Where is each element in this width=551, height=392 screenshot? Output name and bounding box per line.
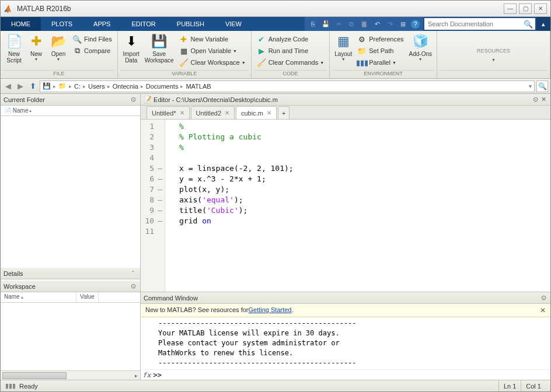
save-workspace-button[interactable]: 💾 Save Workspace [142,32,176,65]
editor-tab[interactable]: cubic.m✕ [236,106,277,119]
qat-icon[interactable]: ⎘ [308,19,318,29]
column-value[interactable]: Value [76,292,99,302]
new-variable-icon: ✚ [179,34,189,44]
path-seg[interactable]: Documents▸ [146,83,184,90]
copy-icon[interactable]: ⧉ [347,19,356,29]
workspace-scrollbar[interactable]: ◂▸ [1,370,140,380]
tab-apps[interactable]: APPS [83,17,121,31]
banner-close-icon[interactable]: ✕ [540,306,546,314]
plus-icon: ✚ [28,33,44,50]
code-body[interactable]: %% Plotting a cubic% x = linspace(-2, 2,… [165,120,550,292]
column-name[interactable]: Name ▴ [13,107,32,114]
panel-menu-icon[interactable]: ⊙ [129,282,137,290]
workspace-body[interactable] [1,303,140,370]
command-prompt[interactable]: fx>> [141,369,550,380]
run-and-time-icon: ▶ [257,46,266,55]
current-folder-body[interactable] [1,116,140,268]
set-path-button[interactable]: 📁Set Path [355,45,405,57]
run-and-time-button[interactable]: ▶Run and Time [255,45,326,57]
open-button[interactable]: 📂 Open ▼ [47,32,69,62]
tab-publish[interactable]: PUBLISH [166,17,215,31]
find-files-button[interactable]: 🔍Find Files [71,33,114,45]
panel-menu-icon[interactable]: ⊙ [531,96,539,104]
path-seg[interactable]: MATLAB [186,83,211,90]
new-tab-button[interactable]: + [278,106,290,119]
clear-workspace-button[interactable]: 🧹Clear Workspace ▼ [177,57,247,68]
editor-tabs: Untitled*✕ Untitled2✕ cubic.m✕ + [141,106,550,120]
clear-commands-button[interactable]: 🧹Clear Commands ▼ [255,57,326,68]
gear-icon: ⚙ [357,34,367,44]
editor-tab[interactable]: Untitled*✕ [147,106,190,119]
undo-icon[interactable]: ↶ [372,19,382,29]
tab-editor[interactable]: EDITOR [121,17,166,31]
panel-menu-icon[interactable]: ⊙ [129,96,137,104]
parallel-icon: ▮▮▮ [357,58,367,67]
addons-button[interactable]: 🧊 Add-Ons ▼ [407,32,434,62]
cut-icon[interactable]: ✂ [334,19,343,29]
collapse-ribbon-button[interactable]: ▴ [536,17,550,31]
set-path-icon: 📁 [357,46,367,55]
quick-access-toolbar: ⎘ 💾 ✂ ⧉ 📋 ↶ ↷ ⊞ ? [305,17,423,31]
preferences-button[interactable]: ⚙Preferences [355,33,405,45]
addons-icon: 🧊 [412,33,428,50]
panel-close-icon[interactable]: ✕ [539,96,547,104]
help-icon[interactable]: ? [411,20,420,29]
panel-title: Details [4,270,23,277]
tab-home[interactable]: HOME [1,17,41,31]
new-button[interactable]: ✚ New ▼ [25,32,47,62]
path-dropdown-icon[interactable]: ▾ [529,83,532,89]
redo-icon[interactable]: ↷ [385,19,395,29]
compare-button[interactable]: ⧉Compare [71,45,114,57]
up-button[interactable]: ⬆ [27,81,38,92]
folder-icon: 📁 [58,82,67,90]
forward-button[interactable]: ▶ [15,81,26,92]
status-text: Ready [19,383,38,390]
import-data-button[interactable]: ⬇ Import Data [120,32,142,65]
toolstrip: 📄 New Script ✚ New ▼ 📂 Open ▼ 🔍Find File… [1,31,550,79]
browse-search-button[interactable]: 🔍 [536,80,548,92]
tab-close-icon[interactable]: ✕ [267,110,271,116]
path-seg[interactable]: Ontecnia▸ [113,83,144,90]
editor-icon: 📝 [144,96,152,103]
close-button[interactable]: ✕ [534,4,547,14]
line-gutter: 1 2 3 4 5–6–7–8–9–10–11 [141,120,165,292]
command-output[interactable]: ----------------------------------------… [141,317,550,369]
file-icon: 📄 [4,107,11,114]
layout-button[interactable]: ▦ Layout ▼ [332,32,354,62]
save-icon[interactable]: 💾 [321,19,330,29]
expand-icon[interactable]: ˆ [129,270,137,278]
status-bar: ▮▮▮ Ready Ln 1 Col 1 [1,380,550,391]
path-bar[interactable]: 💾 ▸ 📁 ▸ C:▸ Users▸ Ontecnia▸ Documents▸ … [40,80,535,92]
back-button[interactable]: ◀ [3,81,13,92]
panel-menu-icon[interactable]: ⊙ [539,294,547,302]
new-script-button[interactable]: 📄 New Script [3,32,25,65]
search-input[interactable] [427,19,524,29]
path-seg[interactable]: C:▸ [74,83,86,90]
find-files-icon: 🔍 [72,34,82,44]
new-variable-button[interactable]: ✚New Variable [177,33,247,45]
tab-close-icon[interactable]: ✕ [225,110,229,116]
open-variable-icon: ▦ [179,46,189,55]
editor-tab[interactable]: Untitled2✕ [191,106,235,119]
search-box[interactable]: 🔍 [424,18,535,30]
group-label-environment: ENVIRONMENT [332,70,434,78]
column-name[interactable]: Name ▴ [1,292,76,302]
minimize-button[interactable]: — [504,4,517,14]
tab-view[interactable]: VIEW [215,17,252,31]
paste-icon[interactable]: 📋 [360,19,369,29]
editor-panel: 📝 Editor - C:\Users\Ontecnia\Desktop\cub… [141,94,550,292]
resources-button[interactable]: RESOURCES ▼ [475,39,512,63]
command-window-panel: Command Window ⊙ New to MATLAB? See reso… [141,292,550,380]
switch-windows-icon[interactable]: ⊞ [398,19,407,29]
parallel-button[interactable]: ▮▮▮Parallel ▼ [355,57,405,68]
fx-icon[interactable]: fx [142,371,151,379]
maximize-button[interactable]: ▢ [519,4,532,14]
panel-title: Command Window [144,295,198,302]
getting-started-link[interactable]: Getting Started [248,306,291,314]
path-seg[interactable]: Users▸ [88,83,110,90]
analyze-code-button[interactable]: ✔Analyze Code [255,33,326,45]
open-variable-button[interactable]: ▦Open Variable ▼ [177,45,247,57]
tab-close-icon[interactable]: ✕ [180,110,184,116]
search-icon[interactable]: 🔍 [524,20,533,29]
tab-plots[interactable]: PLOTS [41,17,83,31]
